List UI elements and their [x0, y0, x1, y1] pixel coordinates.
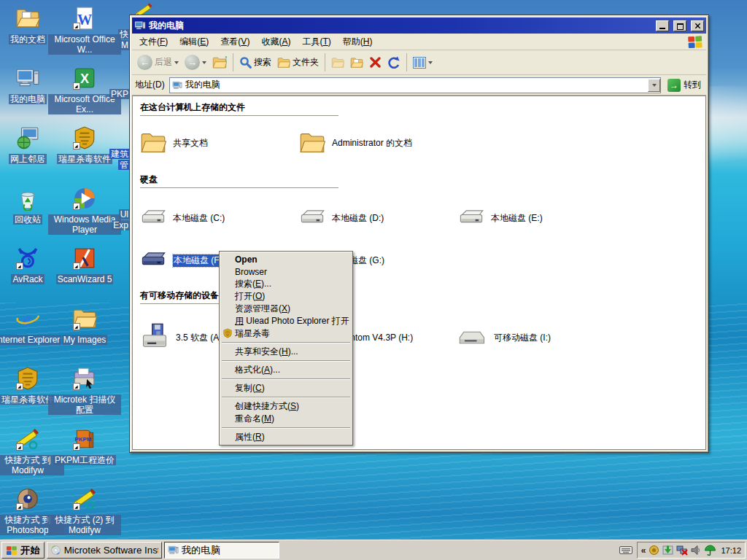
folder-icon [72, 306, 97, 331]
clock[interactable]: 17:12 [721, 546, 741, 555]
drive-item[interactable]: 共享文档 [140, 130, 299, 156]
windows-logo-icon [687, 35, 703, 49]
diskselected-icon [140, 247, 166, 273]
section-header-drives: 硬盘 [140, 171, 338, 188]
item-label: 本地磁盘 (F:) [173, 254, 225, 267]
task-buttons: Microtek Software Install我的电脑 [47, 542, 279, 559]
views-dropdown-icon[interactable] [428, 61, 433, 64]
globepc-icon [15, 125, 40, 150]
item-row: 本地磁盘 (C:)本地磁盘 (D:)本地磁盘 (E:) [140, 197, 705, 239]
context-menu-item[interactable]: Open [220, 253, 352, 265]
network-offline-icon[interactable] [676, 545, 688, 556]
computer-icon [15, 66, 40, 90]
context-menu-item[interactable]: 打开(O) [220, 290, 352, 303]
desktop-icon-label-partial[interactable]: UlExp [79, 209, 130, 231]
rising-monitor-icon[interactable] [649, 545, 659, 556]
context-menu-item[interactable]: 共享和安全(H)... [220, 346, 352, 358]
context-menu-item[interactable]: 重命名(M) [220, 413, 352, 425]
context-menu-item[interactable]: 用 Ulead Photo Explorer 打开 [220, 315, 352, 327]
context-menu-item[interactable]: Browser [220, 265, 352, 278]
desktop-icon-label-partial[interactable]: 建筑管 [79, 149, 130, 171]
folder-icon [140, 130, 166, 156]
drive-item[interactable]: 本地磁盘 (C:) [140, 205, 299, 231]
recycle-icon [15, 186, 40, 211]
context-menu-item[interactable]: 格式化(A)... [220, 364, 352, 376]
maximize-button[interactable] [673, 20, 686, 31]
go-button[interactable]: → 转到 [665, 79, 703, 92]
title-bar[interactable]: 我的电脑 [132, 18, 706, 34]
menu-f[interactable]: 文件(F) [133, 34, 174, 50]
search-button[interactable]: 搜索 [237, 55, 274, 70]
start-button[interactable]: 开始 [1, 542, 44, 559]
search-icon [239, 56, 252, 69]
forward-dropdown-icon[interactable] [202, 61, 206, 64]
minimize-button[interactable] [656, 20, 669, 31]
go-label: 转到 [684, 79, 701, 91]
desktop-icon-label-partial[interactable]: 快M [79, 29, 130, 51]
taskbar-task-inactive[interactable]: Microtek Software Install [47, 542, 162, 559]
forward-button[interactable]: → [182, 53, 209, 71]
undo-icon [387, 56, 400, 69]
copy-to-button[interactable] [348, 55, 365, 71]
update-download-icon[interactable] [662, 545, 673, 556]
toolbar-separator [233, 53, 233, 71]
folders-button[interactable]: 文件夹 [275, 55, 321, 71]
up-button[interactable]: ↑ [210, 54, 229, 71]
views-grid-icon [413, 57, 426, 69]
desktop-icon-label: 快捷方式 (2) 到 Modifyw [48, 515, 121, 535]
forward-arrow-icon: → [185, 55, 200, 70]
menu-separator [222, 397, 350, 398]
firewall-umbrella-icon[interactable] [704, 545, 716, 556]
delete-button[interactable] [367, 55, 384, 70]
shortcut-arrow-icon [73, 443, 80, 451]
pkpm-icon [72, 427, 97, 451]
address-value: 我的电脑 [185, 79, 220, 91]
move-to-button[interactable] [329, 55, 347, 71]
item-label: 共享文档 [173, 137, 208, 149]
context-menu-item[interactable]: 瑞星杀毒 [220, 327, 352, 340]
avrack-icon [15, 246, 40, 271]
hidden-icons-chevron[interactable]: « [641, 545, 646, 556]
address-dropdown-button[interactable] [648, 79, 660, 92]
desktop-icon-folder[interactable]: My Images [48, 306, 121, 345]
input-method-keyboard-icon[interactable] [617, 545, 635, 555]
close-button[interactable] [691, 20, 704, 31]
desktop-icon-scanwizard[interactable]: ScanWizard 5 [48, 246, 121, 284]
shortcut-arrow-icon [16, 383, 23, 390]
context-menu-item[interactable]: 属性(R) [220, 431, 352, 443]
shortcut-arrow-icon [16, 503, 23, 510]
folders-label: 文件夹 [293, 56, 319, 69]
go-arrow-icon: → [667, 79, 681, 92]
desktop-icon-scanner[interactable]: Microtek 扫描仪配置 [48, 366, 121, 415]
desktop-icon-label: PKPM工程造价 [53, 455, 116, 465]
photoshop-icon [15, 486, 40, 511]
context-menu-item[interactable]: 复制(C) [220, 382, 352, 394]
views-button[interactable] [411, 55, 435, 70]
drive-item[interactable]: 本地磁盘 (D:) [299, 205, 458, 231]
lion-icon [222, 328, 233, 338]
back-button[interactable]: ← 后退 [135, 53, 181, 71]
volume-icon[interactable] [691, 545, 701, 556]
undo-button[interactable] [385, 55, 403, 70]
menu-separator [222, 378, 350, 380]
address-input[interactable]: 我的电脑 [169, 77, 661, 93]
copy-to-icon [350, 56, 363, 69]
system-tray: « 17:12 [637, 542, 746, 559]
desktop-icon-pen[interactable]: 快捷方式 (2) 到 Modifyw [48, 486, 121, 535]
menu-h[interactable]: 帮助(H) [337, 34, 379, 50]
drive-item[interactable]: 可移动磁盘 (I:) [458, 322, 617, 353]
desktop-icon-pkpm[interactable]: PKPM工程造价 [48, 427, 121, 465]
menu-a[interactable]: 收藏(A) [255, 34, 296, 50]
drive-item[interactable]: 本地磁盘 (E:) [458, 205, 617, 231]
folders-icon [277, 56, 290, 69]
desktop-icon-label-partial[interactable]: PKP [79, 89, 130, 100]
menu-v[interactable]: 查看(V) [214, 34, 255, 50]
taskbar-task-active[interactable]: 我的电脑 [164, 542, 279, 559]
context-menu-item[interactable]: 搜索(E)... [220, 278, 352, 290]
back-dropdown-icon[interactable] [174, 61, 179, 64]
drive-item[interactable]: Administrator 的文档 [299, 130, 458, 156]
menu-t[interactable]: 工具(T) [296, 34, 336, 50]
context-menu-item[interactable]: 资源管理器(X) [220, 303, 352, 315]
menu-e[interactable]: 编辑(E) [174, 34, 214, 50]
context-menu-item[interactable]: 创建快捷方式(S) [220, 400, 352, 413]
